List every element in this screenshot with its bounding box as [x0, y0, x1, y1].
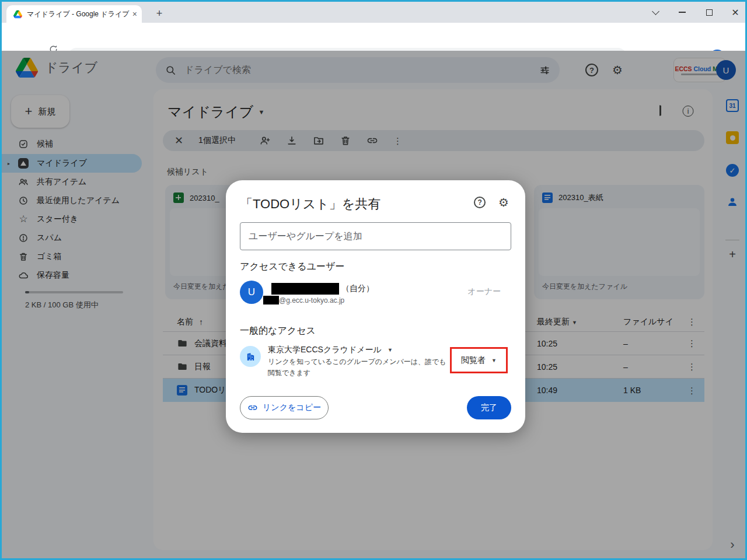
- role-value: 閲覧者: [461, 355, 486, 366]
- redacted-email: [263, 296, 279, 304]
- tab-title: マイドライブ - Google ドライブ: [27, 9, 132, 19]
- copy-link-label: リンクをコピー: [263, 402, 321, 413]
- tab-close-icon[interactable]: ×: [132, 9, 137, 19]
- group-caret-icon: ▼: [388, 347, 393, 353]
- role-dropdown-highlighted[interactable]: 閲覧者 ▼: [450, 347, 508, 373]
- copy-link-button[interactable]: リンクをコピー: [240, 396, 329, 419]
- owner-name: （自分）: [271, 283, 374, 295]
- redacted-name: [271, 283, 339, 295]
- browser-toolbar: ← → drive.google.com/drive/my-drive ☆ U …: [2, 23, 745, 51]
- new-tab-button[interactable]: +: [151, 5, 167, 22]
- add-people-input[interactable]: [240, 222, 511, 250]
- dialog-title: 「TODOリスト」を共有: [240, 195, 511, 213]
- browser-titlebar: マイドライブ - Google ドライブ × + ✕: [2, 2, 745, 23]
- link-icon: [247, 402, 258, 413]
- building-icon: [246, 352, 256, 362]
- people-section-label: アクセスできるユーザー: [240, 261, 344, 273]
- group-description: リンクを知っているこのグループのメンバーは、誰でも閲覧できます: [268, 356, 450, 378]
- role-caret-icon: ▼: [491, 358, 497, 363]
- drive-page: ドライブ ? ⚙ ECCS Cloud Mail U + 新規 候補: [2, 51, 745, 558]
- owner-avatar: U: [240, 281, 263, 304]
- window-minimize-button[interactable]: [674, 2, 690, 23]
- done-button[interactable]: 完了: [467, 396, 511, 419]
- group-access-selector[interactable]: 東京大学ECCSクラウドメール ▼: [268, 345, 393, 355]
- owner-role: オーナー: [467, 286, 501, 297]
- general-access-label: 一般的なアクセス: [240, 325, 316, 337]
- group-avatar: [240, 346, 261, 367]
- window-close-button[interactable]: ✕: [727, 2, 743, 23]
- drive-favicon: [13, 10, 22, 19]
- window-maximize-button[interactable]: [701, 2, 717, 23]
- group-name: 東京大学ECCSクラウドメール: [268, 345, 382, 355]
- browser-tab[interactable]: マイドライブ - Google ドライブ ×: [6, 5, 142, 23]
- screen: マイドライブ - Google ドライブ × + ✕ ← → drive.goo…: [0, 0, 747, 560]
- owner-email: @g.ecc.u-tokyo.ac.jp: [263, 296, 344, 304]
- share-dialog: 「TODOリスト」を共有 ? ⚙ アクセスできるユーザー U （自分） @g.e…: [226, 180, 525, 433]
- dialog-settings-icon[interactable]: ⚙: [498, 197, 509, 208]
- dialog-help-icon[interactable]: ?: [474, 197, 486, 208]
- window-menu-icon[interactable]: [647, 2, 664, 23]
